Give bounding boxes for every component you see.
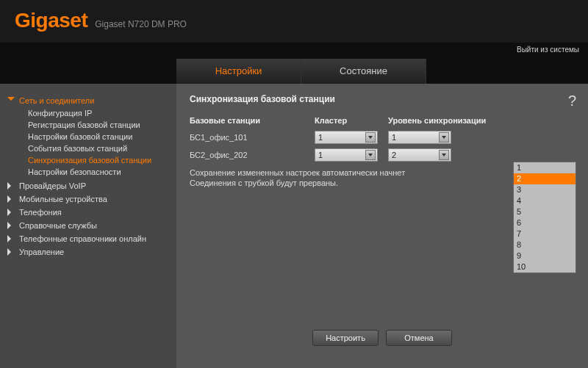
chevron-right-icon	[7, 182, 11, 190]
nav-sub-ip[interactable]: Конфигурация IP	[7, 107, 169, 119]
chevron-down-icon	[365, 150, 376, 160]
chevron-down-icon	[439, 150, 449, 160]
nav-sub-bs-events[interactable]: События базовых станций	[7, 142, 169, 154]
level-select-open[interactable]: 2	[388, 148, 451, 162]
nav-directories[interactable]: Телефонные справочники онлайн	[7, 232, 169, 245]
col-header-cluster: Кластер	[315, 116, 388, 125]
dropdown-option[interactable]: 4	[514, 195, 576, 206]
nav-sub-security[interactable]: Настройки безопасности	[7, 166, 169, 178]
brand-logo: Gigaset	[15, 9, 87, 32]
nav-voip[interactable]: Провайдеры VoIP	[7, 179, 169, 192]
bs-name: БС1_офис_101	[190, 133, 315, 142]
dropdown-option[interactable]: 5	[514, 206, 576, 217]
panel-title: Синхронизация базовой станции	[190, 94, 575, 104]
select-value: 1	[318, 151, 323, 159]
tabs: Настройки Состояние	[0, 59, 588, 84]
chevron-down-icon	[439, 132, 449, 142]
nav-management-label: Управление	[19, 248, 64, 256]
dropdown-option[interactable]: 10	[514, 261, 576, 273]
nav-network-label: Сеть и соединители	[19, 96, 94, 105]
topbar: Выйти из системы	[0, 43, 588, 59]
chevron-right-icon	[7, 222, 11, 229]
nav-mobile[interactable]: Мобильные устройства	[7, 192, 169, 206]
column-headers: Базовые станции Кластер Уровень синхрони…	[190, 116, 575, 125]
button-bar: Настроить Отмена	[176, 330, 588, 346]
nav-mobile-label: Мобильные устройства	[19, 195, 107, 203]
table-row: БС1_офис_101 1 1	[190, 131, 575, 144]
nav-info-services[interactable]: Справочные службы	[7, 219, 169, 232]
tab-status[interactable]: Состояние	[301, 59, 426, 84]
col-header-level: Уровень синхронизации	[388, 116, 513, 125]
dropdown-option[interactable]: 8	[514, 239, 576, 250]
nav-voip-label: Провайдеры VoIP	[19, 181, 86, 190]
chevron-right-icon	[7, 235, 11, 242]
content-panel: ? Синхронизация базовой станции Базовые …	[176, 84, 588, 368]
nav-sub-register[interactable]: Регистрация базовой станции	[7, 119, 169, 131]
sidebar: Сеть и соединители Конфигурация IP Регис…	[0, 84, 176, 368]
nav-management[interactable]: Управление	[7, 245, 169, 259]
chevron-down-icon	[7, 97, 15, 104]
nav-directories-label: Телефонные справочники онлайн	[19, 234, 146, 243]
cluster-select[interactable]: 1	[315, 148, 378, 162]
tab-settings[interactable]: Настройки	[176, 59, 301, 84]
dropdown-option[interactable]: 6	[514, 217, 576, 228]
nav-info-label: Справочные службы	[19, 221, 97, 230]
logout-link[interactable]: Выйти из системы	[517, 46, 579, 54]
level-dropdown[interactable]: 1 2 3 4 5 6 7 8 9 10	[513, 162, 576, 273]
dropdown-option[interactable]: 9	[514, 250, 576, 261]
help-icon[interactable]: ?	[568, 93, 576, 109]
header: Gigaset Gigaset N720 DM PRO	[0, 0, 588, 43]
table-row: БС2_офис_202 1 2	[190, 148, 575, 162]
model-label: Gigaset N720 DM PRO	[95, 19, 187, 29]
chevron-down-icon	[365, 132, 376, 142]
col-header-bs: Базовые станции	[190, 116, 315, 125]
chevron-right-icon	[7, 248, 11, 256]
select-value: 1	[392, 133, 396, 142]
nav-network[interactable]: Сеть и соединители	[7, 94, 169, 107]
dropdown-option[interactable]: 7	[514, 228, 576, 239]
select-value: 2	[392, 151, 396, 159]
nav-sub-bs-sync[interactable]: Синхронизация базовой станции	[7, 154, 169, 166]
dropdown-option[interactable]: 3	[514, 184, 576, 195]
nav-sub-bs-settings[interactable]: Настройки базовой станции	[7, 131, 169, 142]
chevron-right-icon	[7, 209, 11, 216]
cluster-select[interactable]: 1	[315, 131, 378, 144]
cancel-button[interactable]: Отмена	[386, 330, 452, 346]
nav-telephony[interactable]: Телефония	[7, 206, 169, 219]
nav-telephony-label: Телефония	[19, 208, 62, 217]
level-select[interactable]: 1	[388, 131, 451, 144]
dropdown-option-selected[interactable]: 2	[514, 173, 576, 184]
chevron-right-icon	[7, 195, 11, 203]
select-value: 1	[318, 133, 323, 142]
apply-button[interactable]: Настроить	[312, 330, 379, 346]
bs-name: БС2_офис_202	[190, 151, 315, 159]
dropdown-option[interactable]: 1	[514, 162, 576, 173]
